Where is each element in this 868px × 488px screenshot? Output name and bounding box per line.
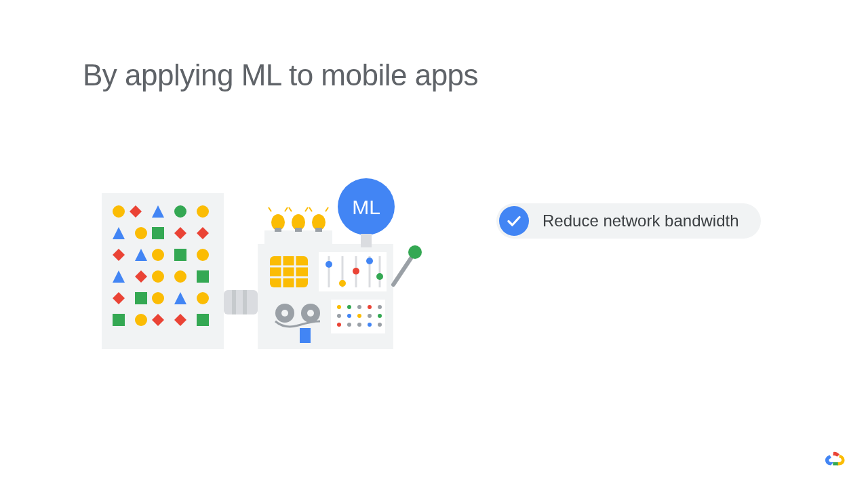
svg-line-64 <box>393 254 414 285</box>
ml-illustration-svg: ML <box>81 169 434 366</box>
svg-rect-32 <box>243 290 247 314</box>
svg-point-67 <box>281 310 288 317</box>
svg-rect-22 <box>135 292 147 304</box>
svg-point-23 <box>152 292 164 304</box>
shapes-board <box>102 193 224 349</box>
google-cloud-logo-icon <box>823 446 848 470</box>
check-icon <box>499 206 529 236</box>
svg-rect-34 <box>264 230 332 244</box>
svg-line-46 <box>326 207 328 211</box>
svg-line-45 <box>309 207 312 211</box>
svg-rect-47 <box>361 234 372 247</box>
svg-point-13 <box>152 249 164 261</box>
svg-point-81 <box>378 314 382 318</box>
svg-rect-48 <box>270 256 308 287</box>
svg-rect-31 <box>232 290 236 314</box>
svg-point-5 <box>197 205 209 218</box>
sliders-icon <box>319 252 387 291</box>
svg-point-1 <box>113 205 125 218</box>
svg-rect-40 <box>315 228 322 232</box>
svg-point-77 <box>337 314 341 318</box>
svg-point-63 <box>376 273 383 280</box>
svg-point-15 <box>197 249 209 261</box>
svg-point-84 <box>357 323 361 327</box>
svg-point-82 <box>337 323 341 327</box>
ml-illustration: ML <box>81 169 434 366</box>
svg-point-75 <box>368 305 372 309</box>
svg-rect-70 <box>300 328 311 343</box>
bullet-label: Reduce network bandwidth <box>542 211 739 230</box>
svg-point-61 <box>353 268 359 274</box>
slide-title: By applying ML to mobile apps <box>83 58 478 92</box>
bullet-item: Reduce network bandwidth <box>496 203 761 239</box>
svg-rect-26 <box>113 314 125 326</box>
svg-line-41 <box>269 207 271 211</box>
svg-point-73 <box>347 305 351 309</box>
ml-badge-label: ML <box>352 196 380 218</box>
svg-point-25 <box>197 292 209 304</box>
svg-rect-20 <box>197 270 209 283</box>
svg-point-7 <box>135 227 147 239</box>
svg-rect-8 <box>152 227 164 239</box>
svg-point-72 <box>337 305 341 309</box>
svg-rect-30 <box>197 314 209 326</box>
svg-rect-36 <box>275 228 281 232</box>
svg-line-43 <box>289 207 292 211</box>
svg-point-78 <box>347 314 351 318</box>
svg-point-19 <box>174 270 186 283</box>
ml-machine: ML <box>258 178 422 349</box>
svg-rect-14 <box>174 249 186 261</box>
grid-panel-icon <box>270 256 308 287</box>
svg-point-85 <box>368 323 372 327</box>
svg-point-74 <box>357 305 361 309</box>
svg-point-86 <box>378 323 382 327</box>
svg-point-18 <box>152 270 164 283</box>
lever-icon <box>393 245 422 285</box>
bulb-icons <box>269 207 328 232</box>
dot-matrix-icon <box>331 300 385 333</box>
svg-point-76 <box>378 305 382 309</box>
svg-point-69 <box>307 310 314 317</box>
svg-point-65 <box>408 245 422 259</box>
svg-point-80 <box>368 314 372 318</box>
svg-point-62 <box>366 258 373 264</box>
svg-line-42 <box>285 207 288 211</box>
svg-line-44 <box>305 207 308 211</box>
connector-pipe <box>224 290 258 314</box>
svg-point-60 <box>339 280 346 287</box>
svg-rect-38 <box>295 228 302 232</box>
slide: By applying ML to mobile apps <box>0 0 868 488</box>
svg-point-79 <box>357 314 361 318</box>
svg-point-4 <box>174 205 186 218</box>
svg-point-59 <box>326 261 332 268</box>
svg-point-83 <box>347 323 351 327</box>
svg-point-27 <box>135 314 147 326</box>
